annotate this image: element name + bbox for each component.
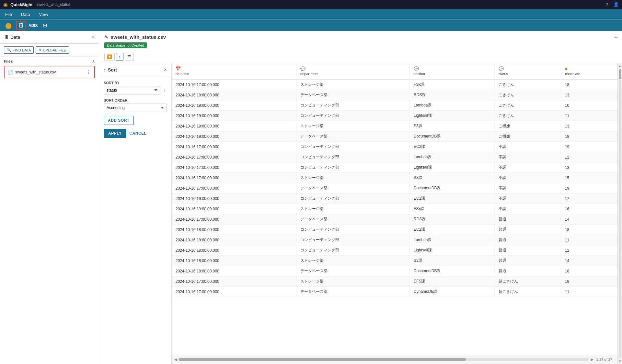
content-file-title: sweets_with_status.csv bbox=[111, 34, 166, 40]
cell-17-4: 14 bbox=[561, 256, 617, 266]
table-container[interactable]: 📅 datetime 💬 department 💬 section bbox=[172, 63, 617, 355]
menu-view[interactable]: View bbox=[37, 11, 50, 18]
cell-1-4: 13 bbox=[561, 90, 617, 100]
upload-file-button[interactable]: ⬆ UPLOAD FILE bbox=[36, 46, 69, 54]
cell-8-1: コンピューティング部 bbox=[296, 162, 410, 173]
file-item[interactable]: 📄 sweets_with_status.csv ⋮ bbox=[4, 66, 95, 78]
find-data-button[interactable]: 🔍 FIND DATA bbox=[4, 46, 34, 54]
table-row[interactable]: 2024-10-16 17:00:00.000ストレージ部EFS課超ごきげん18 bbox=[172, 276, 617, 287]
table-row[interactable]: 2024-10-16 19:00:00.000コンピューティング部Lightsa… bbox=[172, 111, 617, 121]
table-icon-button[interactable]: 🗄 bbox=[16, 21, 26, 30]
cell-4-4: 13 bbox=[561, 121, 617, 131]
table-row[interactable]: 2024-10-16 18:00:00.000コンピューティング部Lightsa… bbox=[172, 245, 617, 256]
scrollbar-thumb[interactable] bbox=[179, 358, 466, 361]
titlebar: ◉ QuickSight sweets_with_status ? 👤 bbox=[0, 0, 622, 9]
menu-data[interactable]: Data bbox=[19, 11, 32, 18]
snapshot-badge: Data Snapshot Created bbox=[104, 42, 147, 48]
cell-18-4: 18 bbox=[561, 266, 617, 276]
cell-4-2: S3課 bbox=[410, 121, 495, 131]
cell-19-3: 超ごきげん bbox=[494, 276, 561, 287]
apply-button[interactable]: APPLY bbox=[104, 129, 126, 138]
filter-button[interactable]: 🔽 bbox=[104, 53, 115, 61]
sidebar-header: 🗄 Data × bbox=[0, 31, 99, 44]
cell-2-1: コンピューティング部 bbox=[296, 100, 410, 111]
cell-18-2: DocumentDB課 bbox=[410, 266, 495, 276]
edit-icon[interactable]: ✎ bbox=[104, 35, 108, 40]
files-section: Files ∧ 📄 sweets_with_status.csv ⋮ bbox=[0, 57, 99, 81]
table-row[interactable]: 2024-10-16 18:00:00.000データベース部RDS課ごきげん13 bbox=[172, 90, 617, 100]
table-row[interactable]: 2024-10-16 18:00:00.000コンピューティング部EC2課普通1… bbox=[172, 225, 617, 235]
user-icon[interactable]: 👤 bbox=[613, 2, 619, 7]
sort-actions: APPLY CANCEL bbox=[104, 129, 167, 138]
table-row[interactable]: 2024-10-16 17:00:00.000データベース部DocumentDB… bbox=[172, 183, 617, 193]
cell-13-3: 普通 bbox=[494, 214, 561, 225]
scrollbar-track[interactable] bbox=[179, 358, 589, 361]
cell-7-3: 不調 bbox=[494, 152, 561, 162]
cell-4-3: ご機嫌 bbox=[494, 121, 561, 131]
cell-9-3: 不調 bbox=[494, 173, 561, 183]
add-sort-button[interactable]: ADD SORT bbox=[104, 116, 134, 125]
v-scroll-track[interactable] bbox=[619, 69, 621, 358]
cell-8-3: 不調 bbox=[494, 162, 561, 173]
collapse-files-icon[interactable]: ∧ bbox=[92, 59, 95, 64]
table-row[interactable]: 2024-10-16 17:00:00.000コンピューティング部EC2課不調1… bbox=[172, 142, 617, 152]
scroll-right-arrow[interactable]: ▶ bbox=[591, 357, 593, 362]
table-row[interactable]: 2024-10-16 17:00:00.000データベース部RDS課普通14 bbox=[172, 214, 617, 225]
cell-0-0: 2024-10-16 17:00:00.000 bbox=[172, 79, 296, 90]
table-row[interactable]: 2024-10-16 17:00:00.000コンピューティング部Lambda課… bbox=[172, 152, 617, 162]
cell-3-0: 2024-10-16 19:00:00.000 bbox=[172, 111, 296, 121]
sort-order-row: Ascending Descending bbox=[104, 104, 167, 112]
scroll-left-arrow[interactable]: ◀ bbox=[174, 357, 177, 362]
horizontal-scrollbar[interactable]: ◀ ▶ bbox=[174, 357, 593, 362]
content-title: ✎ sweets_with_status.csv bbox=[104, 34, 617, 40]
cancel-button[interactable]: CANCEL bbox=[129, 131, 146, 136]
table-row[interactable]: 2024-10-16 17:00:00.000ストレージ部S3課不調15 bbox=[172, 173, 617, 183]
table-row[interactable]: 2024-10-16 19:00:00.000コンピューティング部EC2課不調1… bbox=[172, 193, 617, 204]
table-row[interactable]: 2024-10-16 18:00:00.000ストレージ部S3課普通14 bbox=[172, 256, 617, 266]
table-row[interactable]: 2024-10-16 19:00:00.000データベース部DocumentDB… bbox=[172, 131, 617, 142]
table-row[interactable]: 2024-10-16 17:00:00.000コンピューティング部Lightsa… bbox=[172, 162, 617, 173]
table-row[interactable]: 2024-10-16 19:00:00.000ストレージ部FSx課不調16 bbox=[172, 204, 617, 214]
scroll-up-arrow[interactable]: ▲ bbox=[617, 63, 622, 69]
cell-7-4: 12 bbox=[561, 152, 617, 162]
table-row[interactable]: 2024-10-16 17:00:00.000データベース部DynamoDB課超… bbox=[172, 287, 617, 297]
file-context-menu-button[interactable]: ⋮ bbox=[86, 69, 91, 75]
sidebar-close-button[interactable]: × bbox=[92, 34, 95, 40]
cell-15-1: コンピューティング部 bbox=[296, 235, 410, 245]
toolbar: ⬤ 🗄 ADD: ⊞ bbox=[0, 19, 622, 31]
sort-icon: ↕ bbox=[104, 67, 106, 72]
cell-6-2: EC2課 bbox=[410, 142, 495, 152]
table-row[interactable]: 2024-10-16 18:00:00.000データベース部DocumentDB… bbox=[172, 266, 617, 276]
cell-3-1: コンピューティング部 bbox=[296, 111, 410, 121]
content-area: ✎ sweets_with_status.csv Data Snapshot C… bbox=[99, 31, 622, 364]
cell-17-1: ストレージ部 bbox=[296, 256, 410, 266]
vertical-scrollbar[interactable]: ▲ ▼ bbox=[617, 63, 622, 364]
cell-7-1: コンピューティング部 bbox=[296, 152, 410, 162]
cell-10-4: 19 bbox=[561, 183, 617, 193]
sort-by-select[interactable]: status bbox=[104, 86, 160, 94]
dataset-icon-button[interactable]: ⬤ bbox=[3, 21, 14, 30]
table-row[interactable]: 2024-10-16 19:00:00.000ストレージ部S3課ご機嫌13 bbox=[172, 121, 617, 131]
menu-file[interactable]: File bbox=[3, 11, 14, 18]
table-row[interactable]: 2024-10-16 17:00:00.000ストレージ部FSx課ごきげん18 bbox=[172, 79, 617, 90]
cell-2-3: ごきげん bbox=[494, 100, 561, 111]
scroll-down-arrow[interactable]: ▼ bbox=[617, 358, 622, 364]
sort-close-button[interactable]: × bbox=[164, 67, 167, 73]
table-row[interactable]: 2024-10-16 18:00:00.000コンピューティング部Lambda課… bbox=[172, 235, 617, 245]
table-footer: ◀ ▶ 1-27 of 27 bbox=[172, 355, 617, 364]
v-scroll-thumb[interactable] bbox=[619, 69, 621, 79]
cell-17-0: 2024-10-16 18:00:00.000 bbox=[172, 256, 296, 266]
help-icon[interactable]: ? bbox=[605, 2, 608, 7]
cell-4-0: 2024-10-16 19:00:00.000 bbox=[172, 121, 296, 131]
right-collapse-button[interactable]: ← bbox=[614, 34, 619, 40]
cell-20-4: 11 bbox=[561, 287, 617, 297]
add-dataset-button[interactable]: ⊞ bbox=[41, 21, 49, 30]
department-type-icon: 💬 bbox=[300, 66, 305, 71]
cell-1-3: ごきげん bbox=[494, 90, 561, 100]
sort-button[interactable]: ↕ bbox=[116, 53, 123, 61]
table-row[interactable]: 2024-10-16 19:00:00.000コンピューティング部Lambda課… bbox=[172, 100, 617, 111]
table-view-button[interactable]: ☰ bbox=[125, 53, 134, 61]
sort-drag-handle[interactable]: ⋮ bbox=[162, 88, 167, 93]
sort-order-select[interactable]: Ascending Descending bbox=[104, 104, 167, 112]
cell-0-2: FSx課 bbox=[410, 79, 495, 90]
